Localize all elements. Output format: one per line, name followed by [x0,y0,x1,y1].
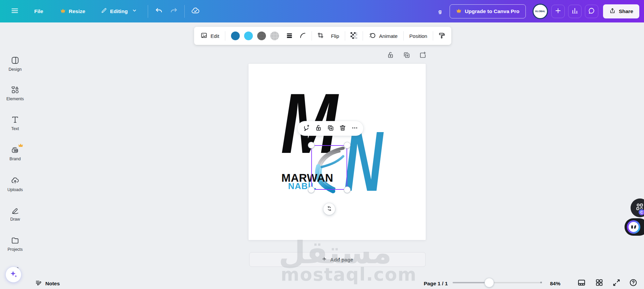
color-swatch-dark-blue[interactable] [231,32,240,40]
add-page-button[interactable]: Add page [249,252,426,267]
editing-label: Editing [110,8,128,14]
transparency-button[interactable] [347,29,361,43]
editing-mode-button[interactable]: Editing [97,4,141,19]
edit-label: Edit [211,33,219,39]
grid-view-button[interactable] [592,276,606,289]
avatar-logo-text: GLOBAL [535,10,546,12]
color-swatch-gray[interactable] [257,32,266,40]
sidebar-label-elements: Elements [6,97,24,101]
pages-view-button[interactable] [575,276,588,289]
unlock-icon [386,51,395,60]
crown-icon [60,8,66,15]
selection-toolbar [297,121,363,136]
sparkle-icon [9,270,18,280]
top-bar: File Resize Editing [0,0,644,22]
crop-icon [317,32,324,40]
comments-button[interactable] [585,5,598,18]
share-label: Share [619,8,633,14]
pages-view-icon [577,278,586,288]
rotate-handle[interactable] [323,203,335,215]
selection-bounding-box [311,145,347,190]
projects-icon [11,236,19,245]
sidebar-item-brand[interactable]: Brand [0,146,30,161]
fullscreen-button[interactable] [610,276,623,289]
page-indicator-button[interactable]: Page 1 / 1 [424,277,448,289]
zoom-level-button[interactable]: 84% [550,277,560,289]
add-page-icon-button[interactable] [418,51,427,60]
toolbar-divider [225,31,225,41]
sidebar-item-design[interactable]: Design [0,56,30,72]
sidebar: Design Elements Text Brand [0,22,30,289]
zoom-slider-thumb[interactable] [485,278,494,287]
crop-button[interactable] [314,29,327,43]
selection-handle-top-left[interactable] [308,142,315,149]
sidebar-item-elements[interactable]: Elements [0,85,30,101]
duplicate-page-button[interactable] [402,51,411,60]
copy-style-button[interactable] [435,29,449,43]
lock-element-button[interactable] [312,122,324,134]
assistant-widget[interactable] [625,218,644,236]
cloud-check-icon [191,6,200,16]
elements-icon [11,85,19,94]
resize-button[interactable]: Resize [57,4,89,19]
redo-button[interactable] [166,4,181,19]
more-options-button[interactable] [349,122,361,134]
save-status-button[interactable] [188,4,203,19]
resize-label: Resize [69,8,85,14]
add-member-button[interactable] [551,5,565,18]
hamburger-icon [11,7,19,16]
help-icon [629,278,638,288]
sidebar-item-uploads[interactable]: Uploads [0,176,30,192]
selection-handle-top-right[interactable] [344,142,351,149]
unlock-icon [315,124,322,133]
help-button[interactable] [627,276,640,289]
color-swatch-light-gray[interactable] [270,32,279,40]
fullscreen-icon [612,279,620,288]
line-type-button[interactable] [296,29,310,43]
line-weight-button[interactable] [283,29,296,43]
zoom-slider-track[interactable] [453,282,542,283]
position-button[interactable]: Position [406,29,431,43]
ellipsis-icon [351,124,359,133]
upgrade-label: Upgrade to Canva Pro [465,8,519,14]
canva-editor: File Resize Editing [0,0,644,289]
sidebar-label-text: Text [11,126,19,131]
line-weight-icon [286,32,293,40]
selection-handle-bottom-right[interactable] [344,186,351,193]
sidebar-item-projects[interactable]: Projects [0,236,30,252]
share-export-icon [609,7,616,15]
sidebar-label-design: Design [9,67,22,72]
flip-button[interactable]: Flip [327,29,343,43]
notes-button[interactable]: Notes [35,277,60,289]
sidebar-item-text[interactable]: Text [0,115,30,131]
bar-chart-icon [571,7,579,16]
add-page-icon [419,51,427,60]
extension-badge: C [638,209,644,216]
magic-assistant-button[interactable] [5,267,21,283]
animate-label: Animate [379,33,398,39]
edit-image-button[interactable]: Edit [197,29,223,43]
main-menu-button[interactable] [7,4,22,19]
chevron-down-icon [132,8,137,14]
grid-view-icon [595,278,603,288]
file-menu-button[interactable]: File [31,4,47,19]
redo-icon [170,7,178,16]
delete-element-button[interactable] [336,122,349,134]
speech-bubble-icon [588,7,596,16]
lock-page-button[interactable] [386,51,395,60]
add-comment-button[interactable] [300,122,312,134]
share-button[interactable]: Share [603,4,639,18]
animate-button[interactable]: Animate [365,29,401,43]
upgrade-to-pro-button[interactable]: Upgrade to Canva Pro [450,4,526,18]
selection-handle-bottom-left[interactable] [308,186,315,193]
topbar-divider [184,5,185,18]
rotate-icon [326,206,332,213]
undo-button[interactable] [151,4,166,19]
browser-extension-widget[interactable]: C [631,198,644,217]
sidebar-item-draw[interactable]: Draw [0,206,30,222]
insights-button[interactable] [568,5,582,18]
duplicate-element-button[interactable] [324,122,336,134]
account-avatar[interactable]: GLOBAL [533,4,548,19]
zoom-level-label: 84% [550,281,560,287]
color-swatch-cyan[interactable] [244,32,253,40]
